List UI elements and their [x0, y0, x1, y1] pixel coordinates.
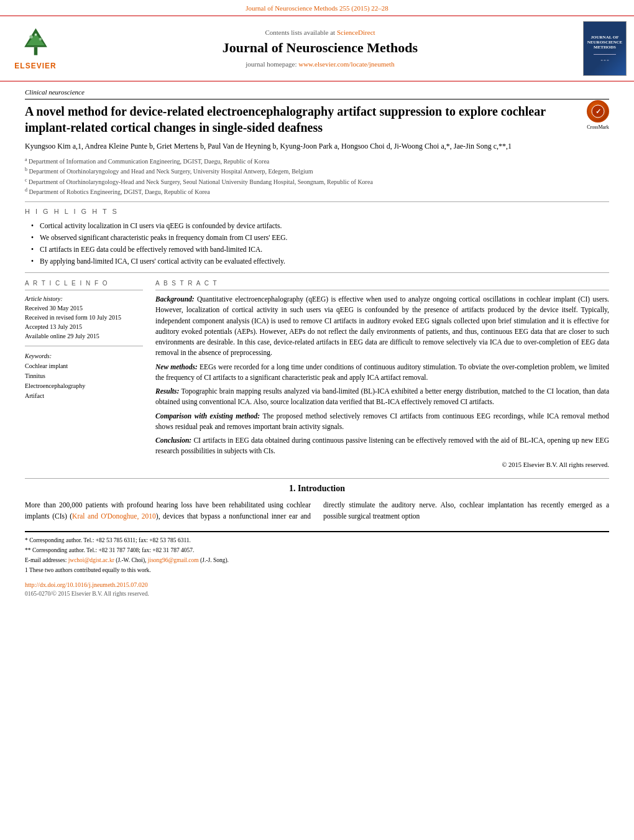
affil-b: b Department of Otorhinolaryngology and …: [25, 166, 609, 176]
email1[interactable]: jwchoi@dgist.ac.kr: [68, 557, 114, 563]
homepage-text: journal homepage:: [246, 60, 296, 68]
section-label: Clinical neuroscience: [25, 88, 609, 99]
abstract-col: A B S T R A C T Background: Quantitative…: [155, 279, 609, 469]
keywords-label: Keywords:: [25, 351, 143, 361]
affiliations: a Department of Information and Communic…: [25, 156, 609, 196]
highlight-4: By applying band-limited ICA, CI users' …: [31, 256, 609, 266]
background-text: Quantitative electroencephalography (qEE…: [155, 295, 609, 356]
copyright-line: © 2015 Elsevier B.V. All rights reserved…: [155, 460, 609, 470]
doi-line: http://dx.doi.org/10.1016/j.jneumeth.201…: [25, 580, 609, 589]
highlights-heading: H I G H L I G H T S: [25, 207, 609, 216]
abstract-conclusion: Conclusion: CI artifacts in EEG data obt…: [155, 435, 609, 457]
article-info-col: A R T I C L E I N F O Article history: R…: [25, 279, 143, 469]
elsevier-tree-icon: [19, 25, 53, 60]
abstract-results: Results: Topographic brain mapping resul…: [155, 386, 609, 408]
footnote-corresponding-2: ** Corresponding author. Tel.: +82 31 78…: [25, 546, 609, 555]
history-label: Article history:: [25, 294, 143, 303]
email1-name: (J.-W. Choi),: [116, 557, 146, 563]
abstract-heading: A B S T R A C T: [155, 279, 609, 290]
keyword-4: Artifact: [25, 391, 143, 401]
journal-link-text: Journal of Neuroscience Methods 255 (201…: [246, 4, 388, 12]
available-date: Available online 29 July 2015: [25, 331, 143, 341]
contents-text: Contents lists available at: [265, 29, 335, 36]
cover-title: JOURNAL OFNEUROSCIENCEMETHODS: [587, 35, 622, 50]
highlight-1: Cortical activity localization in CI use…: [31, 221, 609, 231]
two-column-layout: A R T I C L E I N F O Article history: R…: [25, 279, 609, 469]
authors: Kyungsoo Kim a,1, Andrea Kleine Punte b,…: [25, 141, 609, 152]
accepted-date: Accepted 13 July 2015: [25, 322, 143, 331]
highlight-2: We observed significant characteristic p…: [31, 233, 609, 242]
affil-d-text: Department of Robotics Engineering, DGIS…: [29, 188, 210, 195]
revised-date: Received in revised form 10 July 2015: [25, 313, 143, 322]
elsevier-logo: ELSEVIER: [7, 25, 63, 72]
article-info-heading: A R T I C L E I N F O: [25, 279, 143, 290]
footnote-emails: E-mail addresses: jwchoi@dgist.ac.kr (J.…: [25, 556, 609, 565]
results-text: Topographic brain mapping results analyz…: [155, 387, 609, 405]
journal-cover: JOURNAL OFNEUROSCIENCEMETHODS ≡ ≡ ≡: [583, 21, 627, 76]
crossmark-icon: ✓: [587, 100, 609, 122]
doi-link[interactable]: http://dx.doi.org/10.1016/j.jneumeth.201…: [25, 581, 148, 588]
affil-a: a Department of Information and Communic…: [25, 156, 609, 166]
cover-line: [594, 54, 616, 55]
info-divider: [25, 346, 143, 346]
crossmark-container: ✓ CrossMark: [587, 100, 609, 131]
results-label: Results:: [155, 387, 179, 395]
svg-point-4: [39, 38, 42, 41]
citation-kral[interactable]: Kral and O'Donoghue, 2010: [72, 512, 156, 520]
keyword-1: Cochlear implant: [25, 361, 143, 371]
main-content: Clinical neuroscience A novel method for…: [0, 81, 634, 604]
contents-line: Contents lists available at ScienceDirec…: [70, 28, 571, 37]
crossmark-svg: ✓: [591, 104, 605, 118]
abstract-background: Background: Quantitative electroencephal…: [155, 294, 609, 359]
svg-point-5: [34, 34, 37, 36]
keywords-block: Keywords: Cochlear implant Tinnitus Elec…: [25, 351, 143, 401]
keyword-3: Electroencephalography: [25, 381, 143, 391]
introduction-text: More than 200,000 patients with profound…: [25, 500, 609, 522]
sciencedirect-link[interactable]: ScienceDirect: [337, 29, 375, 36]
new-methods-label: New methods:: [155, 363, 198, 371]
intro-body: More than 200,000 patients with profound…: [25, 501, 609, 520]
email2-name: (J.-J. Song).: [200, 557, 229, 563]
introduction-heading: 1. Introduction: [25, 482, 609, 495]
comparison-label: Comparison with existing method:: [155, 412, 260, 420]
article-history: Article history: Received 30 May 2015 Re…: [25, 294, 143, 341]
cover-decoration: ≡ ≡ ≡: [600, 58, 609, 63]
affil-c-text: Department of Otorhinolaryngology-Head a…: [29, 178, 373, 185]
email2[interactable]: jisong96@gmail.com: [148, 557, 199, 563]
journal-reference: Journal of Neuroscience Methods 255 (201…: [0, 0, 634, 16]
license-line: 0165-0270/© 2015 Elsevier B.V. All right…: [25, 589, 609, 598]
affil-b-text: Department of Otorhinolaryngology and He…: [29, 168, 313, 175]
article-title: A novel method for device-related electr…: [25, 103, 581, 136]
page: Journal of Neuroscience Methods 255 (201…: [0, 0, 634, 840]
keyword-2: Tinnitus: [25, 371, 143, 381]
journal-header: ELSEVIER Contents lists available at Sci…: [0, 16, 634, 81]
footnote-area: * Corresponding author. Tel.: +82 53 785…: [25, 531, 609, 598]
email-label: E-mail addresses:: [25, 557, 67, 563]
abstract-text: Background: Quantitative electroencephal…: [155, 294, 609, 469]
elsevier-brand-text: ELSEVIER: [14, 61, 56, 72]
highlights-section: H I G H L I G H T S Cortical activity lo…: [25, 207, 609, 266]
crossmark-label: CrossMark: [587, 124, 609, 131]
authors-text: Kyungsoo Kim a,1, Andrea Kleine Punte b,…: [25, 142, 512, 150]
homepage-url[interactable]: www.elsevier.com/locate/jneumeth: [298, 60, 394, 68]
svg-text:✓: ✓: [595, 108, 601, 115]
new-methods-text: EEGs were recorded for a long time under…: [155, 363, 609, 381]
divider-2: [25, 272, 609, 273]
divider-1: [25, 201, 609, 202]
footnote-1: 1 These two authors contributed equally …: [25, 566, 609, 575]
highlights-list: Cortical activity localization in CI use…: [25, 221, 609, 266]
journal-cover-container: JOURNAL OFNEUROSCIENCEMETHODS ≡ ≡ ≡: [577, 21, 627, 76]
background-label: Background:: [155, 295, 195, 303]
homepage-line: journal homepage: www.elsevier.com/locat…: [70, 60, 571, 69]
affil-c: c Department of Otorhinolaryngology-Head…: [25, 177, 609, 187]
title-row: A novel method for device-related electr…: [25, 103, 609, 141]
elsevier-logo-container: ELSEVIER: [7, 25, 63, 72]
abstract-new-methods: New methods: EEGs were recorded for a lo…: [155, 362, 609, 384]
journal-title-header: Journal of Neuroscience Methods: [70, 39, 571, 58]
conclusion-text: CI artifacts in EEG data obtained during…: [155, 436, 609, 455]
footnote-corresponding-1: * Corresponding author. Tel.: +82 53 785…: [25, 536, 609, 545]
svg-rect-0: [34, 47, 37, 55]
svg-point-3: [29, 35, 33, 39]
highlight-3: CI artifacts in EEG data could be effect…: [31, 244, 609, 254]
affil-d: d Department of Robotics Engineering, DG…: [25, 187, 609, 196]
